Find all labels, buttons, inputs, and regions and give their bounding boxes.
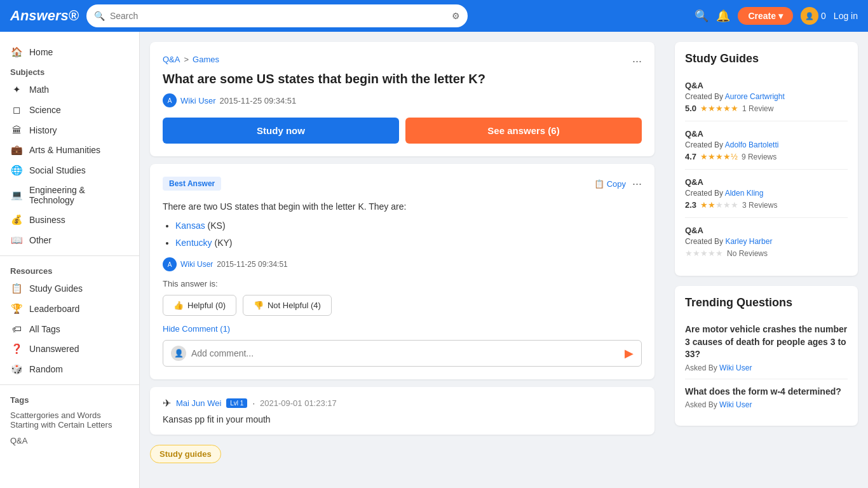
- not-helpful-button[interactable]: 👎 Not Helpful (4): [243, 295, 332, 316]
- comment-send-button[interactable]: ▶: [625, 346, 634, 360]
- chevron-down-icon: ▾: [778, 11, 783, 21]
- sidebar-item-leaderboard[interactable]: 🏆 Leaderboard: [0, 299, 139, 319]
- sg-reviews-3: 3 Reviews: [742, 201, 777, 210]
- breadcrumb-sep: >: [184, 55, 189, 64]
- sidebar-item-study-guides[interactable]: 📋 Study Guides: [0, 278, 139, 299]
- study-guides-title: Study Guides: [685, 52, 848, 65]
- sg-rating-row-3: 2.3 ★★★★★ 3 Reviews: [685, 200, 848, 210]
- login-button[interactable]: Log in: [834, 11, 858, 21]
- answer-date: 2015-11-25 09:34:51: [217, 260, 287, 269]
- arts-icon: 💼: [10, 144, 23, 156]
- main-layout: 🏠 Home Subjects ✦ Math ◻ Science 🏛 Histo…: [0, 0, 868, 488]
- sg-item-4: Q&A Created By Karley Harber ★★★★★ No Re…: [685, 218, 848, 266]
- sg-creator-link-1[interactable]: Aurore Cartwright: [725, 92, 785, 101]
- sidebar-tag-1[interactable]: Scattergories and Words Starting with Ce…: [0, 407, 139, 433]
- sidebar-tag-2[interactable]: Q&A: [0, 433, 139, 449]
- math-icon: ✦: [10, 84, 23, 95]
- comment-meta: ✈ Mai Jun Wei Lvl 1 · 2021-09-01 01:23:1…: [163, 397, 642, 409]
- sidebar-item-all-tags[interactable]: 🏷 All Tags: [0, 319, 139, 339]
- search-bar[interactable]: 🔍 ⚙: [86, 4, 468, 27]
- answer-actions: 📋 Copy ···: [594, 177, 642, 191]
- answer-author-avatar: A: [163, 257, 177, 271]
- kansas-link[interactable]: Kansas: [175, 220, 205, 231]
- search-icon-header[interactable]: 🔍: [695, 9, 709, 23]
- sg-rating-3: 2.3: [685, 200, 696, 210]
- sidebar-item-science[interactable]: ◻ Science: [0, 100, 139, 120]
- sidebar: 🏠 Home Subjects ✦ Math ◻ Science 🏛 Histo…: [0, 32, 140, 488]
- question-header-row: Q&A > Games ···: [163, 55, 642, 71]
- resources-label: Resources: [0, 261, 139, 278]
- best-answer-badge: Best Answer: [163, 177, 221, 191]
- study-now-button[interactable]: Study now: [163, 118, 399, 144]
- unanswered-icon: ❓: [10, 343, 23, 355]
- sidebar-item-random[interactable]: 🎲 Random: [0, 359, 139, 379]
- sg-type-2: Q&A: [685, 129, 848, 139]
- hide-comment-button[interactable]: Hide Comment (1): [163, 324, 230, 334]
- question-author-link[interactable]: Wiki User: [180, 96, 216, 105]
- sg-creator-link-4[interactable]: Karley Harber: [725, 237, 772, 246]
- sidebar-item-other[interactable]: 📖 Other: [0, 230, 139, 250]
- sg-rating-row-4: ★★★★★ No Reviews: [685, 248, 848, 258]
- leaderboard-icon: 🏆: [10, 303, 23, 315]
- kentucky-link[interactable]: Kentucky: [175, 238, 212, 248]
- social-studies-icon: 🌐: [10, 165, 23, 176]
- sidebar-item-unanswered[interactable]: ❓ Unanswered: [0, 339, 139, 359]
- answer-body: There are two US states that begin with …: [163, 200, 642, 250]
- more-options-icon[interactable]: ···: [632, 55, 642, 68]
- answer-verdict: This answer is:: [163, 279, 642, 288]
- sg-rating-2: 4.7: [685, 152, 696, 161]
- history-icon: 🏛: [10, 125, 23, 135]
- copy-button[interactable]: 📋 Copy: [594, 179, 626, 189]
- answer-author-link[interactable]: Wiki User: [180, 260, 213, 269]
- bell-icon[interactable]: 🔔: [716, 9, 730, 23]
- comment-input[interactable]: [191, 348, 620, 358]
- study-guides-badge[interactable]: Study guides: [150, 445, 221, 463]
- breadcrumb-category[interactable]: Games: [193, 55, 219, 64]
- sidebar-item-math[interactable]: ✦ Math: [0, 79, 139, 100]
- see-answers-button[interactable]: See answers (6): [405, 118, 642, 144]
- sg-rating-row-1: 5.0 ★★★★★ 1 Review: [685, 104, 848, 113]
- tq-question-2: What does the form w-4 determined?: [685, 386, 848, 398]
- comment-date: 2021-09-01 01:23:17: [260, 398, 337, 408]
- sg-type-3: Q&A: [685, 177, 848, 187]
- coin-count: 0: [821, 11, 826, 21]
- all-tags-icon: 🏷: [10, 323, 23, 334]
- comment-body: Kansas pp fit in your mouth: [163, 414, 642, 424]
- thumbs-up-icon: 👍: [173, 301, 184, 310]
- sg-creator-link-3[interactable]: Alden Kling: [725, 189, 764, 198]
- logo: Answers®: [10, 8, 79, 24]
- sidebar-item-engineering[interactable]: 💻 Engineering & Technology: [0, 180, 139, 210]
- sidebar-item-arts[interactable]: 💼 Arts & Humanities: [0, 140, 139, 160]
- helpful-button[interactable]: 👍 Helpful (0): [163, 295, 236, 316]
- comment-input-row: 👤 ▶: [163, 340, 642, 367]
- sidebar-item-business[interactable]: 💰 Business: [0, 210, 139, 230]
- search-input[interactable]: [110, 11, 447, 21]
- breadcrumb-qa[interactable]: Q&A: [163, 55, 180, 64]
- sg-creator-2: Created By Adolfo Bartoletti: [685, 140, 848, 149]
- tq-user-link-1[interactable]: Wiki User: [719, 363, 752, 372]
- create-button[interactable]: Create ▾: [738, 7, 793, 25]
- commenter-name-link[interactable]: Mai Jun Wei: [176, 398, 221, 408]
- sidebar-item-history[interactable]: 🏛 History: [0, 120, 139, 140]
- tq-item-2: What does the form w-4 determined? Asked…: [685, 379, 848, 416]
- answer-more-icon[interactable]: ···: [632, 177, 642, 191]
- thumbs-down-icon: 👎: [254, 301, 264, 310]
- sidebar-divider-2: [0, 384, 139, 385]
- trending-title: Trending Questions: [685, 296, 848, 309]
- user-coin: 👤: [801, 7, 818, 25]
- right-sidebar: Study Guides Q&A Created By Aurore Cartw…: [665, 32, 868, 488]
- sg-stars-1: ★★★★★: [700, 104, 738, 113]
- tq-user-link-2[interactable]: Wiki User: [719, 400, 752, 409]
- sg-stars-3: ★★★★★: [700, 200, 738, 210]
- sidebar-item-social-studies[interactable]: 🌐 Social Studies: [0, 160, 139, 180]
- engineering-icon: 💻: [10, 189, 23, 201]
- trending-questions-card: Trending Questions Are motor vehicle cra…: [675, 286, 858, 426]
- sg-type-1: Q&A: [685, 81, 848, 90]
- sg-reviews-2: 9 Reviews: [742, 152, 776, 161]
- answer-footer-meta: A Wiki User 2015-11-25 09:34:51: [163, 257, 642, 271]
- sidebar-item-home[interactable]: 🏠 Home: [0, 42, 139, 62]
- tq-question-1: Are motor vehicle crashes the number 3 c…: [685, 323, 848, 361]
- search-icon: 🔍: [94, 11, 105, 21]
- filter-icon[interactable]: ⚙: [452, 11, 460, 21]
- sg-creator-link-2[interactable]: Adolfo Bartoletti: [725, 140, 779, 149]
